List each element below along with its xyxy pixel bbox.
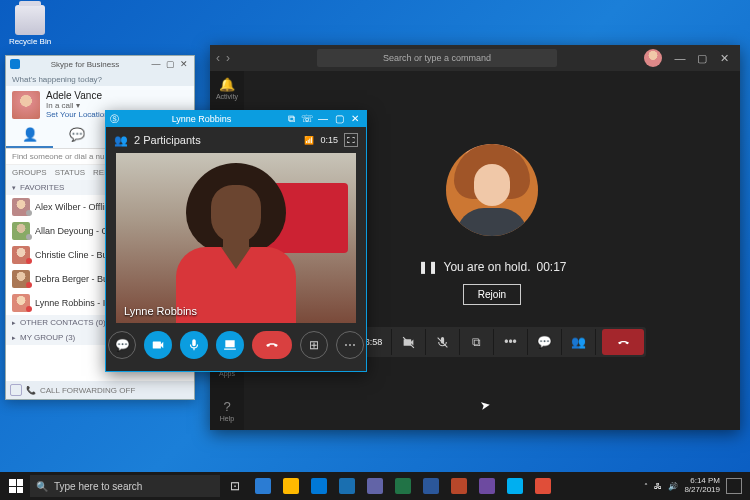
mic-button[interactable]	[180, 331, 208, 359]
taskbar-app[interactable]	[418, 474, 444, 498]
call-titlebar: Ⓢ Lynne Robbins ⧉ ☏ — ▢ ✕	[106, 111, 366, 127]
teams-search-input[interactable]: Search or type a command	[317, 49, 557, 67]
skype-icon: Ⓢ	[110, 113, 119, 126]
rejoin-button[interactable]: Rejoin	[463, 284, 521, 305]
recycle-bin-icon	[15, 5, 45, 35]
taskbar-app[interactable]	[306, 474, 332, 498]
hangup-button[interactable]	[602, 329, 644, 355]
popout-button[interactable]: ⧉	[284, 113, 298, 125]
more-actions[interactable]: •••	[494, 329, 528, 355]
taskbar-app[interactable]	[530, 474, 556, 498]
close-button[interactable]: ✕	[714, 52, 734, 65]
search-icon: 🔍	[36, 481, 48, 492]
signal-icon: 📶	[304, 136, 314, 145]
camera-button[interactable]	[144, 331, 172, 359]
call-timer: 0:15	[320, 135, 338, 145]
remote-avatar	[446, 144, 538, 236]
chat-toggle[interactable]: 💬	[528, 329, 562, 355]
filter-groups[interactable]: GROUPS	[12, 168, 47, 177]
task-view-button[interactable]: ⊡	[222, 474, 248, 498]
sfb-footer: 📞 CALL FORWARDING OFF	[6, 381, 194, 399]
teams-nav-fwd[interactable]: ›	[226, 51, 230, 65]
fullscreen-button[interactable]: ⛶	[344, 133, 358, 147]
remote-video: Lynne Robbins	[116, 153, 356, 323]
minimize-button[interactable]: —	[670, 52, 690, 65]
sfb-title: Skype for Business	[24, 60, 146, 69]
minimize-button[interactable]: —	[150, 59, 162, 69]
taskbar-app[interactable]	[502, 474, 528, 498]
tray-volume-icon[interactable]: 🔊	[668, 482, 678, 491]
tray-chevron[interactable]: ˄	[644, 482, 648, 491]
maximize-button[interactable]: ▢	[692, 52, 712, 65]
phone-icon: 📞	[26, 386, 36, 395]
pause-icon: ❚❚	[418, 260, 438, 274]
close-button[interactable]: ✕	[348, 113, 362, 125]
teams-user-avatar[interactable]	[644, 49, 662, 67]
hangup-button[interactable]	[252, 331, 292, 359]
participants-count: 2 Participants	[134, 134, 298, 146]
sfb-titlebar: Skype for Business — ▢ ✕	[6, 56, 194, 72]
share-button[interactable]: ⧉	[460, 329, 494, 355]
rail-help[interactable]: ?Help	[214, 399, 240, 422]
call-header: 👥 2 Participants 📶 0:15 ⛶	[106, 127, 366, 153]
call-forwarding-status[interactable]: CALL FORWARDING OFF	[40, 386, 135, 395]
taskbar-app[interactable]	[278, 474, 304, 498]
taskbar-search[interactable]: 🔍Type here to search	[30, 475, 220, 497]
more-button[interactable]: ⋯	[336, 331, 364, 359]
teams-nav-back[interactable]: ‹	[216, 51, 220, 65]
dialpad-button[interactable]: ⊞	[300, 331, 328, 359]
start-button[interactable]	[4, 474, 28, 498]
taskbar-app[interactable]	[250, 474, 276, 498]
rail-activity[interactable]: 🔔Activity	[214, 77, 240, 100]
taskbar-app[interactable]	[474, 474, 500, 498]
minimize-button[interactable]: —	[316, 113, 330, 125]
taskbar-app[interactable]	[446, 474, 472, 498]
teams-titlebar: ‹ › Search or type a command — ▢ ✕	[210, 45, 740, 71]
self-status-dropdown[interactable]: In a call ▾	[46, 101, 115, 110]
maximize-button[interactable]: ▢	[164, 59, 176, 69]
self-name: Adele Vance	[46, 90, 115, 101]
skype-icon	[10, 59, 20, 69]
tray-network-icon[interactable]: 🖧	[654, 482, 662, 491]
camera-toggle[interactable]	[392, 329, 426, 355]
call-title: Lynne Robbins	[119, 114, 284, 124]
sfb-note-input[interactable]: What's happening today?	[6, 72, 194, 86]
taskbar: 🔍Type here to search ⊡ ˄ 🖧 🔊 6:14 PM 8/2…	[0, 472, 750, 500]
taskbar-app[interactable]	[362, 474, 388, 498]
hold-timer: 00:17	[536, 260, 566, 274]
mic-toggle[interactable]	[426, 329, 460, 355]
tab-conversations[interactable]: 💬	[53, 123, 100, 148]
phone-icon[interactable]: ☏	[300, 113, 314, 125]
im-button[interactable]: 💬	[108, 331, 136, 359]
participants-icon[interactable]: 👥	[114, 133, 128, 147]
participants-toggle[interactable]: 👥	[562, 329, 596, 355]
maximize-button[interactable]: ▢	[332, 113, 346, 125]
taskbar-app[interactable]	[334, 474, 360, 498]
share-button[interactable]	[216, 331, 244, 359]
device-select[interactable]	[10, 384, 22, 396]
recycle-bin-label: Recycle Bin	[5, 37, 55, 46]
teams-call-controls: 03:58 ⧉ ••• 💬 👥	[338, 327, 646, 357]
taskbar-clock[interactable]: 6:14 PM 8/27/2019	[684, 477, 720, 495]
filter-status[interactable]: STATUS	[55, 168, 85, 177]
hold-status: ❚❚ You are on hold. 00:17	[418, 260, 567, 274]
remote-name-label: Lynne Robbins	[124, 305, 197, 317]
taskbar-app[interactable]	[390, 474, 416, 498]
skype-call-window: Ⓢ Lynne Robbins ⧉ ☏ — ▢ ✕ 👥 2 Participan…	[105, 110, 367, 372]
recycle-bin[interactable]: Recycle Bin	[5, 5, 55, 46]
close-button[interactable]: ✕	[178, 59, 190, 69]
self-avatar[interactable]	[12, 91, 40, 119]
action-center-button[interactable]	[726, 478, 742, 494]
tab-contacts[interactable]: 👤	[6, 123, 53, 148]
call-controls: 💬 ⊞ ⋯	[106, 323, 366, 367]
